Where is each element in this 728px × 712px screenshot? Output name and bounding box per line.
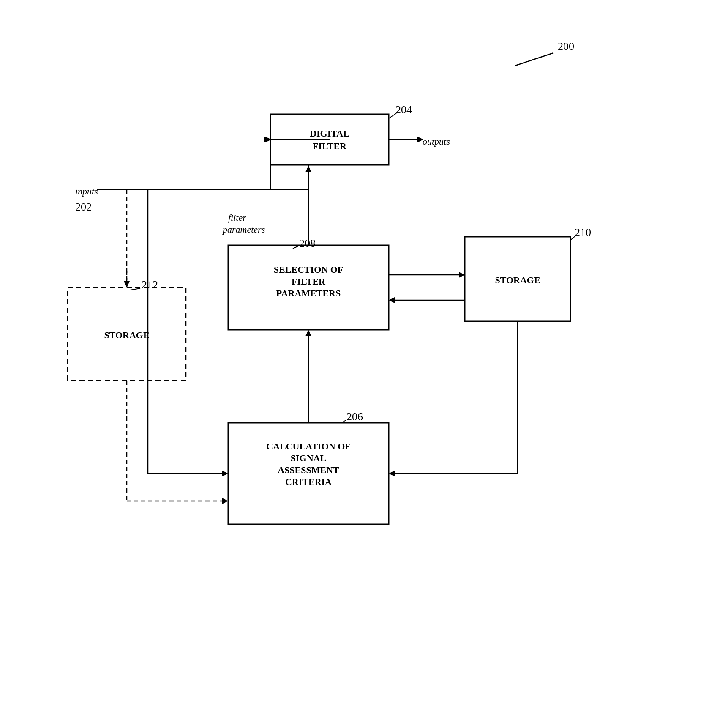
selection-filter-box [228, 245, 389, 330]
calc-label-3: ASSESSMENT [278, 465, 339, 475]
calc-label-2: SIGNAL [291, 453, 326, 463]
calc-label-4: CRITERIA [285, 476, 332, 487]
outputs-label: outputs [423, 136, 450, 147]
inputs-ref: 202 [75, 201, 92, 213]
inputs-label: inputs [75, 186, 98, 197]
selection-label-3: PARAMETERS [276, 288, 341, 298]
figure-ref: 200 [558, 40, 574, 52]
svg-marker-22 [389, 297, 395, 303]
storage-left-label: STORAGE [104, 330, 149, 340]
filter-params-label: filter [228, 212, 246, 223]
filter-params-label2: parameters [222, 224, 265, 235]
svg-marker-30 [222, 471, 228, 476]
svg-marker-32 [222, 498, 228, 504]
digital-filter-ref: 204 [395, 104, 412, 116]
svg-marker-27 [305, 330, 311, 336]
digital-filter-label-1: DIGITAL [310, 128, 349, 139]
calc-label-1: CALCULATION OF [266, 441, 350, 452]
svg-marker-25 [389, 471, 395, 476]
storage-left-ref: 212 [142, 279, 158, 291]
selection-label-2: FILTER [292, 276, 326, 287]
svg-marker-18 [305, 166, 311, 172]
diagram-container: 200 DIGITAL FILTER 204 STORAGE 210 SELEC… [0, 0, 728, 712]
selection-label-1: SELECTION OF [274, 264, 343, 275]
digital-filter-label-2: FILTER [313, 141, 347, 151]
svg-line-1 [389, 113, 396, 118]
svg-marker-20 [459, 272, 465, 278]
selection-ref: 208 [299, 237, 316, 249]
storage-right-ref: 210 [575, 226, 591, 238]
svg-line-0 [515, 53, 553, 66]
storage-right-label: STORAGE [495, 275, 540, 285]
calc-ref: 206 [346, 411, 363, 423]
